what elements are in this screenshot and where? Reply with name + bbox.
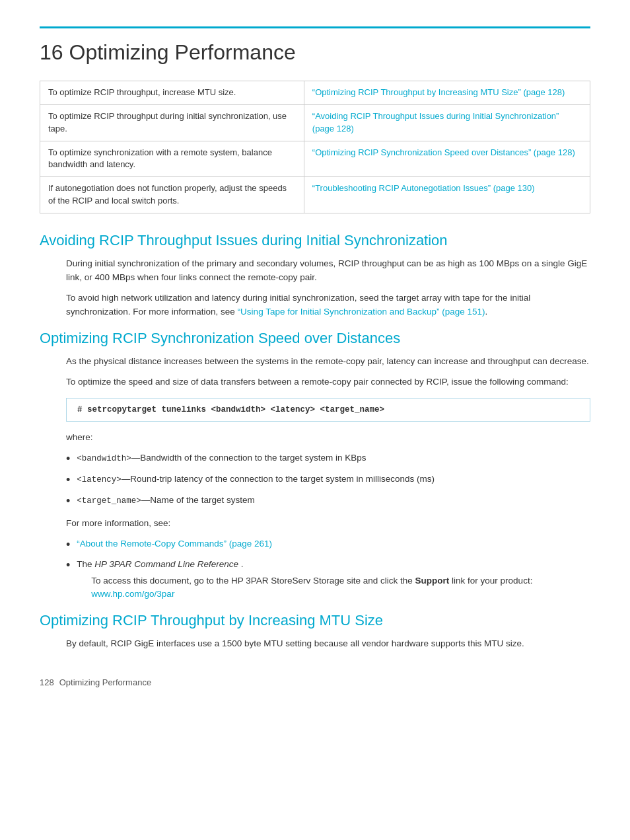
code-command: # setrcopytarget tunelinks <bandwidth> <… [77, 405, 384, 414]
note-link[interactable]: www.hp.com/go/3par [91, 589, 174, 599]
table-row: To optimize RCIP throughput, increase MT… [40, 81, 590, 105]
info-list: •“About the Remote-Copy Commands” (page … [66, 537, 590, 601]
where-label: where: [66, 431, 590, 445]
list-item: •<latency>—Round-trip latency of the con… [66, 473, 590, 489]
section1-body: During initial synchronization of the pr… [66, 257, 590, 319]
bullet-list: •<bandwidth>—Bandwidth of the connection… [66, 451, 590, 510]
bullet-content: <bandwidth>—Bandwidth of the connection … [77, 451, 366, 465]
section3-para1: By default, RCIP GigE interfaces use a 1… [66, 637, 590, 651]
section2-body: As the physical distance increases betwe… [66, 355, 590, 602]
section3-body: By default, RCIP GigE interfaces use a 1… [66, 637, 590, 651]
bullet-code: <latency> [77, 475, 122, 484]
code-block: # setrcopytarget tunelinks <bandwidth> <… [66, 398, 590, 422]
table-link[interactable]: “Avoiding RCIP Throughput Issues during … [312, 111, 559, 134]
chapter-number: 16 [40, 40, 63, 64]
summary-table: To optimize RCIP throughput, increase MT… [40, 81, 590, 213]
section1-title: Avoiding RCIP Throughput Issues during I… [40, 232, 590, 249]
table-cell-link: “Avoiding RCIP Throughput Issues during … [304, 104, 590, 141]
indented-note: To access this document, go to the HP 3P… [91, 574, 532, 602]
footer-section-label: Optimizing Performance [59, 677, 151, 687]
table-cell-link: “Troubleshooting RCIP Autonegotiation Is… [304, 177, 590, 213]
section1-para1: During initial synchronization of the pr… [66, 257, 590, 285]
bullet-content: <target_name>—Name of the target system [77, 494, 254, 508]
table-cell-link: “Optimizing RCIP Synchronization Speed o… [304, 141, 590, 177]
chapter-title: 16 Optimizing Performance [40, 40, 590, 65]
for-more-label: For more information, see: [66, 517, 590, 531]
table-row: To optimize synchronization with a remot… [40, 141, 590, 177]
table-cell-task: To optimize RCIP throughput, increase MT… [40, 81, 304, 105]
bullet-code: <bandwidth> [77, 454, 131, 463]
section2-para2: To optimize the speed and size of data t… [66, 375, 590, 389]
info-link[interactable]: “About the Remote-Copy Commands” (page 2… [77, 537, 272, 551]
footer-page-number: 128 [40, 677, 54, 687]
bullet-dot: • [66, 492, 70, 510]
bullet-dot: • [66, 450, 70, 468]
bullet-code: <target_name> [77, 496, 141, 506]
section1-para2: To avoid high network utilization and la… [66, 291, 590, 319]
bullet-content: <latency>—Round-trip latency of the conn… [77, 473, 435, 486]
section2-title: Optimizing RCIP Synchronization Speed ov… [40, 330, 590, 347]
italic-text: HP 3PAR Command Line Reference [94, 559, 238, 569]
info-text-wrap: The HP 3PAR Command Line Reference .To a… [77, 558, 532, 601]
list-item: •The HP 3PAR Command Line Reference .To … [66, 558, 590, 601]
page-footer: 128 Optimizing Performance [40, 677, 590, 687]
section1-after-link: . [485, 307, 488, 317]
table-cell-link: “Optimizing RCIP Throughput by Increasin… [304, 81, 590, 105]
table-link[interactable]: “Troubleshooting RCIP Autonegotiation Is… [312, 183, 535, 193]
table-row: To optimize RCIP throughput during initi… [40, 104, 590, 141]
table-row: If autonegotiation does not function pro… [40, 177, 590, 213]
section3-title: Optimizing RCIP Throughput by Increasing… [40, 612, 590, 629]
top-border [40, 26, 590, 28]
table-cell-task: If autonegotiation does not function pro… [40, 177, 304, 213]
list-item: •<target_name>—Name of the target system [66, 494, 590, 510]
section1-link[interactable]: “Using Tape for Initial Synchronization … [238, 307, 485, 317]
table-link[interactable]: “Optimizing RCIP Throughput by Increasin… [312, 87, 565, 97]
bullet-dot: • [66, 471, 70, 489]
bold-support: Support [415, 576, 450, 586]
list-item: •“About the Remote-Copy Commands” (page … [66, 537, 590, 554]
chapter-title-main: Optimizing Performance [69, 40, 295, 64]
bullet-dot: • [66, 556, 70, 574]
section2-para1: As the physical distance increases betwe… [66, 355, 590, 369]
table-cell-task: To optimize RCIP throughput during initi… [40, 104, 304, 141]
table-link[interactable]: “Optimizing RCIP Synchronization Speed o… [312, 147, 575, 157]
bullet-dot: • [66, 536, 70, 554]
table-cell-task: To optimize synchronization with a remot… [40, 141, 304, 177]
list-item: •<bandwidth>—Bandwidth of the connection… [66, 451, 590, 468]
